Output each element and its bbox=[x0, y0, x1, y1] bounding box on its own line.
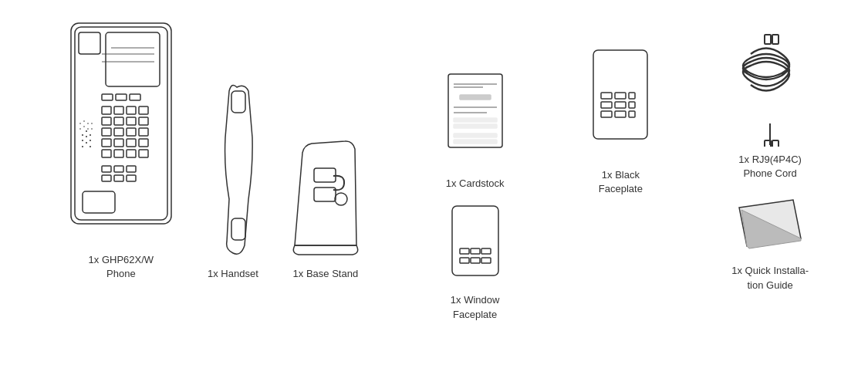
far-right-group: 1x RJ9(4P4C) Phone Cord 1x Quick Install… bbox=[728, 15, 812, 377]
phone-item: 1x GHP62X/W Phone bbox=[56, 15, 187, 281]
svg-rect-62 bbox=[460, 95, 491, 100]
svg-rect-73 bbox=[460, 258, 469, 263]
svg-rect-15 bbox=[139, 117, 148, 125]
svg-point-32 bbox=[86, 136, 87, 137]
svg-rect-67 bbox=[454, 133, 497, 137]
right-middle-group: 1x Black Faceplate bbox=[578, 15, 663, 377]
svg-rect-22 bbox=[127, 139, 136, 147]
svg-rect-25 bbox=[114, 150, 123, 157]
svg-rect-75 bbox=[481, 258, 491, 263]
svg-rect-86 bbox=[765, 35, 771, 44]
svg-rect-45 bbox=[102, 166, 111, 172]
svg-rect-85 bbox=[629, 111, 635, 117]
svg-point-41 bbox=[83, 126, 85, 127]
svg-point-28 bbox=[82, 134, 83, 136]
svg-rect-80 bbox=[601, 102, 612, 108]
svg-rect-11 bbox=[139, 106, 148, 114]
svg-rect-3 bbox=[79, 32, 100, 54]
svg-rect-13 bbox=[114, 117, 123, 125]
svg-rect-24 bbox=[102, 150, 111, 157]
left-group: 1x GHP62X/W Phone 1x Handset bbox=[56, 15, 372, 281]
svg-rect-69 bbox=[452, 206, 498, 275]
svg-rect-8 bbox=[102, 106, 111, 114]
svg-rect-54 bbox=[231, 91, 245, 113]
svg-rect-71 bbox=[471, 248, 480, 254]
svg-rect-6 bbox=[116, 94, 127, 100]
svg-rect-78 bbox=[615, 93, 626, 99]
svg-point-33 bbox=[90, 140, 91, 141]
svg-rect-66 bbox=[454, 124, 497, 128]
svg-point-34 bbox=[82, 146, 83, 147]
svg-point-58 bbox=[335, 193, 347, 205]
svg-rect-51 bbox=[83, 191, 115, 213]
svg-rect-68 bbox=[454, 140, 497, 144]
svg-rect-77 bbox=[601, 93, 612, 99]
handset-label: 1x Handset bbox=[208, 267, 258, 281]
svg-rect-47 bbox=[127, 166, 136, 172]
svg-rect-2 bbox=[106, 32, 160, 86]
guide-label: 1x Quick Installa- tion Guide bbox=[731, 264, 809, 292]
middle-group: 1x Cardstock 1x Window Faceplate bbox=[437, 15, 514, 377]
svg-rect-48 bbox=[102, 175, 111, 181]
svg-rect-55 bbox=[231, 218, 245, 240]
svg-point-29 bbox=[86, 130, 87, 132]
svg-point-36 bbox=[90, 146, 91, 147]
svg-rect-16 bbox=[102, 128, 111, 136]
svg-rect-19 bbox=[139, 128, 148, 136]
svg-rect-10 bbox=[127, 106, 136, 114]
svg-point-37 bbox=[79, 123, 81, 124]
svg-rect-72 bbox=[481, 248, 491, 254]
svg-point-35 bbox=[86, 142, 87, 144]
svg-rect-14 bbox=[127, 117, 136, 125]
basestand-item: 1x Base Stand bbox=[279, 122, 372, 281]
svg-rect-87 bbox=[772, 35, 778, 44]
cardstock-label: 1x Cardstock bbox=[446, 177, 505, 191]
svg-rect-21 bbox=[114, 139, 123, 147]
svg-rect-50 bbox=[127, 175, 136, 181]
svg-rect-5 bbox=[102, 94, 113, 100]
svg-rect-7 bbox=[130, 94, 140, 100]
window-faceplate-item: 1x Window Faceplate bbox=[437, 202, 514, 321]
svg-rect-70 bbox=[460, 248, 469, 254]
main-container: 1x GHP62X/W Phone 1x Handset bbox=[0, 0, 868, 392]
svg-rect-74 bbox=[471, 258, 480, 263]
svg-rect-83 bbox=[601, 111, 612, 117]
svg-rect-57 bbox=[314, 188, 336, 201]
svg-rect-46 bbox=[114, 166, 123, 172]
svg-rect-82 bbox=[629, 102, 635, 108]
svg-rect-81 bbox=[615, 102, 626, 108]
svg-point-38 bbox=[83, 120, 85, 122]
svg-point-39 bbox=[87, 123, 89, 124]
svg-rect-89 bbox=[772, 140, 778, 147]
svg-point-42 bbox=[87, 128, 89, 130]
svg-rect-18 bbox=[127, 128, 136, 136]
svg-rect-56 bbox=[314, 168, 336, 182]
svg-rect-27 bbox=[139, 150, 148, 157]
svg-rect-79 bbox=[629, 93, 635, 99]
svg-point-40 bbox=[79, 128, 81, 130]
rj9-item: 1x RJ9(4P4C) Phone Cord bbox=[728, 31, 812, 181]
window-faceplate-label: 1x Window Faceplate bbox=[451, 293, 500, 321]
svg-rect-23 bbox=[139, 139, 148, 147]
svg-rect-26 bbox=[127, 150, 136, 157]
phone-label: 1x GHP62X/W Phone bbox=[89, 253, 154, 281]
svg-rect-49 bbox=[114, 175, 123, 181]
black-faceplate-label: 1x Black Faceplate bbox=[599, 168, 643, 196]
handset-item: 1x Handset bbox=[194, 76, 272, 281]
guide-item: 1x Quick Installa- tion Guide bbox=[728, 196, 812, 292]
rj9-label: 1x RJ9(4P4C) Phone Cord bbox=[738, 153, 802, 181]
svg-rect-84 bbox=[615, 111, 626, 117]
svg-rect-17 bbox=[114, 128, 123, 136]
svg-rect-9 bbox=[114, 106, 123, 114]
basestand-label: 1x Base Stand bbox=[293, 267, 359, 281]
svg-rect-65 bbox=[454, 118, 497, 122]
svg-rect-0 bbox=[71, 23, 171, 224]
svg-point-30 bbox=[90, 134, 91, 136]
svg-rect-12 bbox=[102, 117, 111, 125]
svg-point-44 bbox=[91, 128, 93, 130]
svg-rect-20 bbox=[102, 139, 111, 147]
svg-point-31 bbox=[82, 140, 83, 141]
black-faceplate-item: 1x Black Faceplate bbox=[578, 46, 663, 196]
svg-point-43 bbox=[91, 123, 93, 124]
cardstock-item: 1x Cardstock bbox=[437, 70, 514, 191]
